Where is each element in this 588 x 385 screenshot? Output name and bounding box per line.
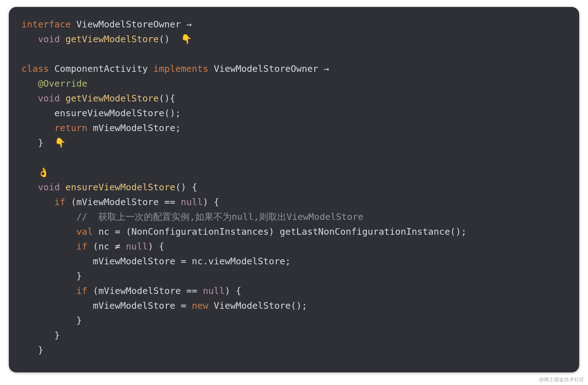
brace-close: }	[38, 137, 43, 148]
fn-name: ensureViewModelStore	[65, 182, 175, 192]
comment: // 获取上一次的配置实例,如果不为null,则取出ViewModelStore	[76, 211, 364, 222]
kw-null: null	[181, 197, 203, 207]
stmt: nc = (NonConfigurationInstances) getLast…	[93, 226, 466, 237]
brace-close: }	[38, 345, 43, 355]
op-eq: ==	[164, 197, 175, 207]
op-ne: ≠	[115, 241, 120, 252]
stmt: mViewModelStore = nc.viewModelStore;	[93, 256, 291, 267]
fn-name: getViewModelStore	[65, 93, 159, 104]
watermark: @稀土掘金技术社区	[539, 376, 584, 383]
kw-interface: interface	[21, 19, 71, 30]
kw-if: if	[76, 241, 88, 252]
fn-name: getViewModelStore	[65, 34, 159, 44]
kw-class: class	[21, 63, 49, 74]
kw-val: val	[76, 226, 93, 237]
kw-implements: implements	[153, 63, 208, 74]
sp	[197, 285, 203, 296]
brace-close: }	[76, 271, 82, 281]
code-card: interface ViewModelStoreOwner → void get…	[9, 7, 579, 372]
kw-void: void	[38, 182, 60, 192]
code-block: interface ViewModelStoreOwner → void get…	[9, 7, 579, 366]
kw-if: if	[76, 285, 88, 296]
paren: (mViewModelStore	[71, 197, 164, 207]
lhs: mViewModelStore =	[93, 300, 192, 311]
type-name: ViewModelStoreOwner	[76, 19, 181, 30]
brace-open: (){	[159, 93, 175, 104]
brace-close: }	[54, 330, 60, 341]
kw-null: null	[126, 241, 148, 252]
paren: ) {	[225, 285, 241, 296]
paren: ) {	[203, 197, 219, 207]
op-eq: ==	[186, 285, 197, 296]
stmt: ensureViewModelStore();	[54, 108, 181, 118]
brace-close: }	[76, 315, 82, 326]
arrow: →	[324, 63, 329, 74]
ok-hand-icon: 👌	[38, 167, 49, 178]
arrow: →	[186, 19, 192, 30]
kw-if: if	[54, 197, 65, 207]
kw-return: return	[54, 123, 88, 133]
var: mViewModelStore;	[93, 123, 181, 133]
sp	[175, 197, 181, 207]
kw-null: null	[203, 285, 225, 296]
brace-open: () {	[175, 182, 197, 192]
paren: (nc	[93, 241, 115, 252]
paren: ()	[159, 34, 170, 44]
iface-name: ViewModelStoreOwner	[214, 63, 318, 74]
annotation: @Override	[38, 78, 87, 89]
rhs: ViewModelStore();	[208, 300, 307, 311]
kw-new: new	[192, 300, 208, 311]
kw-void: void	[38, 93, 60, 104]
kw-void: void	[38, 34, 60, 44]
paren: ) {	[148, 241, 164, 252]
point-down-icon: 👇	[54, 137, 66, 148]
sp	[120, 241, 126, 252]
class-name: ComponentActivity	[54, 63, 148, 74]
point-down-icon: 👇	[181, 34, 192, 44]
paren: (mViewModelStore	[93, 285, 186, 296]
